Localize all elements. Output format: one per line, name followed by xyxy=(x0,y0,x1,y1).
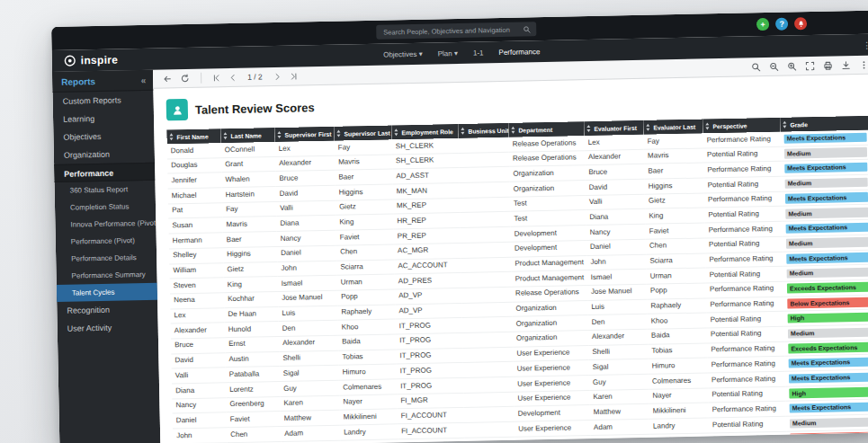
cell-first: Lex xyxy=(170,307,224,323)
refresh-icon[interactable] xyxy=(180,73,190,83)
add-button[interactable]: + xyxy=(756,18,769,31)
first-page-icon[interactable] xyxy=(212,74,220,82)
grade-badge: Exceeds Expectations xyxy=(788,342,868,353)
nav-item-objectives[interactable]: Objectives ▾ xyxy=(383,49,423,58)
column-header-department[interactable]: Department xyxy=(508,121,584,137)
viewer-nav-group: 1 / 2 xyxy=(162,71,298,84)
sidebar-item-custom-reports[interactable]: Custom Reports xyxy=(52,91,153,111)
column-header-business-unit[interactable]: Business Unit xyxy=(458,123,508,138)
export-download-icon[interactable] xyxy=(841,60,851,70)
cell-sup_last: Higgins xyxy=(336,184,393,200)
sidebar: Reports « Custom ReportsLearningObjectiv… xyxy=(52,70,160,443)
cell-eval_last: Raphaely xyxy=(647,298,706,315)
cell-sup_last: Fay xyxy=(335,139,392,155)
global-search[interactable] xyxy=(376,22,536,40)
cell-sup_last: Urman xyxy=(337,274,395,290)
back-icon[interactable] xyxy=(162,74,172,84)
brand[interactable]: inspire xyxy=(52,54,119,67)
cell-last: Greenberg xyxy=(226,396,280,412)
print-icon[interactable] xyxy=(823,60,833,70)
column-header-first-name[interactable]: First Name xyxy=(166,128,220,144)
sidebar-item-performance-details[interactable]: Performance Details xyxy=(56,249,157,268)
column-header-employment-role[interactable]: Employment Role xyxy=(391,124,458,139)
sidebar-item-user-activity[interactable]: User Activity xyxy=(58,318,158,338)
next-page-icon[interactable] xyxy=(273,72,282,80)
cell-last: OConnell xyxy=(221,142,275,157)
sort-icon xyxy=(461,128,465,135)
sidebar-item-innova-performance-pivot[interactable]: Innova Performance (Pivot) xyxy=(55,215,156,234)
sort-icon xyxy=(394,128,398,136)
cell-eval_first: Sigal xyxy=(589,359,649,376)
cell-unit xyxy=(459,152,509,168)
cell-eval_first: Bruce xyxy=(585,164,644,181)
sidebar-item-performance-summary[interactable]: Performance Summary xyxy=(56,266,157,285)
column-header-last-name[interactable]: Last Name xyxy=(220,128,274,143)
prev-page-icon[interactable] xyxy=(228,73,237,81)
sidebar-item-performance-pivot[interactable]: Performance (Pivot) xyxy=(56,232,157,251)
zoom-out-icon[interactable] xyxy=(769,61,779,71)
sidebar-item-recognition[interactable]: Recognition xyxy=(57,300,157,320)
cell-first: Pat xyxy=(168,202,222,218)
cell-grade: Meets Expectations xyxy=(785,355,868,372)
cell-sup_first: Bruce xyxy=(275,171,335,187)
column-header-evaluator-last[interactable]: Evaluator Last xyxy=(643,119,702,134)
table-wrap: First NameLast NameSupervisor FirstSuper… xyxy=(166,116,868,443)
cell-last: Baer xyxy=(223,232,277,248)
cell-sup_last: Baer xyxy=(335,169,392,185)
column-header-grade[interactable]: Grade xyxy=(780,116,868,132)
sidebar-item-completion-status[interactable]: Completion Status xyxy=(55,198,156,217)
sidebar-item-learning[interactable]: Learning xyxy=(53,109,154,128)
sort-icon xyxy=(511,127,515,134)
cell-role: FI_ACCOUNT xyxy=(398,422,464,439)
column-header-perspective[interactable]: Perspective xyxy=(702,118,780,134)
cell-first: Susan xyxy=(168,217,222,234)
column-header-supervisor-last[interactable]: Supervisor Last xyxy=(334,125,391,140)
sidebar-item-objectives[interactable]: Objectives xyxy=(53,127,154,146)
notifications-button[interactable] xyxy=(794,17,807,30)
sort-icon xyxy=(336,130,341,137)
overflow-menu-icon[interactable]: ⋮ xyxy=(862,40,868,49)
help-button[interactable]: ? xyxy=(775,18,788,31)
sidebar-item-organization[interactable]: Organization xyxy=(54,145,155,164)
cell-sup_last: Landry xyxy=(340,424,398,440)
cell-perspective: Potential Rating xyxy=(703,146,781,163)
cell-eval_first: Lex xyxy=(585,135,644,151)
cell-sup_last: Gietz xyxy=(336,199,393,216)
cell-perspective: Performance Rating xyxy=(705,252,783,268)
search-document-icon[interactable] xyxy=(751,62,761,72)
cell-unit xyxy=(461,302,512,318)
cell-eval_last: Baer xyxy=(644,163,703,179)
cell-eval_last: King xyxy=(645,208,704,224)
cell-first: Donald xyxy=(167,143,221,158)
report-title: Talent Review Scores xyxy=(195,101,315,117)
cell-dept: Release Operations xyxy=(509,150,585,166)
nav-item-performance[interactable]: Performance xyxy=(498,48,540,57)
report-header: Talent Review Scores xyxy=(166,85,868,121)
last-page-icon[interactable] xyxy=(290,72,298,80)
nav-item-1-1[interactable]: 1-1 xyxy=(473,49,484,57)
search-input[interactable] xyxy=(381,24,519,37)
cell-dept: Development xyxy=(511,240,586,256)
cell-grade: Below Expectations xyxy=(786,430,868,443)
cell-role: IT_PROG xyxy=(396,318,462,334)
cell-role: MK_REP xyxy=(393,198,460,214)
sidebar-item-performance[interactable]: Performance xyxy=(54,163,155,182)
column-header-evaluator-first[interactable]: Evaluator First xyxy=(584,120,643,136)
zoom-in-icon[interactable] xyxy=(787,61,797,71)
nav-item-plan[interactable]: Plan ▾ xyxy=(438,49,458,57)
cell-unit xyxy=(464,437,515,443)
collapse-sidebar-icon[interactable]: « xyxy=(141,75,147,84)
fullscreen-icon[interactable] xyxy=(805,60,815,70)
cell-eval_last: Landry xyxy=(649,418,709,434)
cell-sup_last: Himuro xyxy=(339,364,397,380)
sidebar-header[interactable]: Reports « xyxy=(52,70,153,93)
cell-perspective: Performance Rating xyxy=(709,431,786,443)
cell-role: FI_MGR xyxy=(397,393,463,409)
sidebar-item-360-status-report[interactable]: 360 Status Report xyxy=(54,181,155,199)
column-header-supervisor-first[interactable]: Supervisor First xyxy=(274,127,334,142)
cell-last: Fay xyxy=(222,201,276,217)
sidebar-item-talent-cycles[interactable]: Talent Cycles xyxy=(57,283,157,302)
cell-unit xyxy=(462,317,513,333)
toolbar-kebab-icon[interactable] xyxy=(859,59,868,69)
brand-logo-icon xyxy=(64,54,76,66)
